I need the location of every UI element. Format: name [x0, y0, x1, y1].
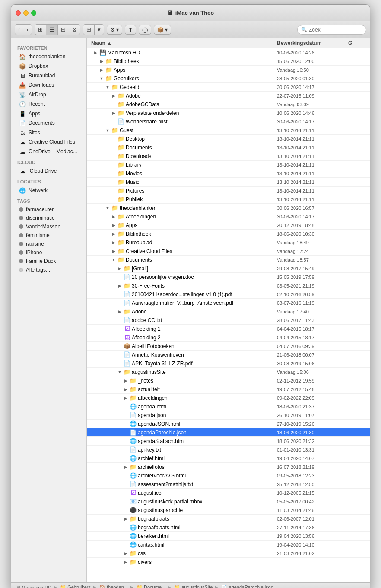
sidebar-item-tag-iphone[interactable]: iPhone [13, 248, 85, 257]
table-row[interactable]: 📁 Publiek 13-10-2014 21:11 [87, 195, 370, 204]
sidebar-item-tag-racisme[interactable]: racisme [13, 240, 85, 248]
toggle-icon[interactable]: ▶ [117, 266, 122, 271]
sidebar-item-theodenblanken[interactable]: 🏠 theodenblanken [13, 52, 85, 61]
table-row[interactable]: ▼ 📁 Guest 13-10-2014 21:11 [87, 126, 370, 135]
table-row[interactable]: 🖼 Afbeelding 1 04-04-2015 18:17 [87, 325, 370, 333]
sidebar-item-netwerk[interactable]: 🌐 Netwerk [13, 186, 85, 195]
table-row[interactable]: 📄 Annette Kouwenhoven 21-06-2018 00:07 [87, 351, 370, 359]
table-row[interactable]: 📁 Library 13-10-2014 21:11 [87, 161, 370, 169]
table-row[interactable]: 🌐 agenda.html 18-06-2020 21:37 [87, 402, 370, 411]
table-row[interactable]: 📁 Downloads 13-10-2014 21:11 [87, 152, 370, 161]
toggle-icon[interactable]: ▶ [123, 551, 128, 556]
search-box[interactable]: 🔍 [297, 25, 366, 35]
toggle-icon[interactable]: ▼ [99, 76, 104, 81]
table-row[interactable]: 📄 Wondershare.plist 30-06-2020 14:17 [87, 117, 370, 126]
sidebar-item-icloud-drive[interactable]: ☁ iCloud Drive [13, 166, 85, 176]
table-row[interactable]: ▶ 📁 Afbeeldingen 30-06-2020 14:17 [87, 212, 370, 221]
sidebar-item-sites[interactable]: 🗂 Sites [13, 128, 85, 137]
search-input[interactable] [309, 27, 362, 33]
arrange-button[interactable]: ⊞ [83, 25, 95, 35]
list-view-button[interactable]: ☰ [46, 25, 58, 35]
sidebar-item-onedrive[interactable]: ☁ OneDrive – Mediac... [13, 147, 85, 156]
table-row[interactable]: 📄 10 persoonlijke vragen.doc 15-05-2019 … [87, 273, 370, 281]
table-row[interactable]: ▶ 💾 Macintosh HD 10-06-2020 14:26 [87, 48, 370, 57]
share-button[interactable]: ⬆ [125, 25, 136, 35]
table-row[interactable]: 🌐 begraafplaats.html 27-11-2014 17:36 [87, 523, 370, 532]
close-button[interactable] [16, 10, 21, 16]
toggle-icon[interactable]: ▶ [123, 378, 128, 383]
sidebar-item-tag-alle[interactable]: Alle tags... [13, 266, 85, 274]
toggle-icon[interactable]: ▶ [123, 560, 128, 565]
table-row[interactable]: ▶ 📁 archieffotos 16-07-2018 21:19 [87, 463, 370, 471]
column-view-button[interactable]: ⊟ [58, 25, 69, 35]
toggle-icon[interactable]: ▶ [117, 309, 122, 314]
sidebar-item-dropbox[interactable]: 📦 Dropbox [13, 61, 85, 71]
sidebar-item-tag-discriminatie[interactable]: discriminatie [13, 214, 85, 222]
breadcrumb-theoden[interactable]: 🏠 theoden... [99, 585, 128, 588]
toggle-icon[interactable]: ▶ [111, 240, 116, 245]
col-name-header[interactable]: Naam ▲ [87, 40, 277, 46]
toggle-icon[interactable]: ▼ [111, 257, 116, 262]
breadcrumb-macintosh[interactable]: 🖥 Macintosh HD [16, 585, 51, 588]
table-row[interactable]: 📄 20160421 Kaderdoc...stellingen v1 0 (1… [87, 290, 370, 299]
table-row[interactable]: 🌐 archief.html 19-04-2020 14:07 [87, 454, 370, 463]
table-row[interactable]: ▶ 📁 css 21-03-2014 21:02 [87, 549, 370, 558]
minimize-button[interactable] [23, 10, 29, 16]
table-row[interactable]: ▼ 📁 augustinusSite Vandaag 15:06 [87, 368, 370, 376]
sidebar-item-documents[interactable]: 📄 Documents [13, 118, 85, 128]
table-row[interactable]: 📄 APK, Toyota 31-LZ-ZR.pdf 30-08-2019 15… [87, 359, 370, 368]
toggle-icon[interactable]: ▶ [99, 67, 104, 73]
breadcrumb-documents[interactable]: 📁 Docume... [137, 585, 165, 588]
table-row[interactable]: 📧 augustinuskerk.partial.mbox 05-05-2017… [87, 497, 370, 506]
toggle-icon[interactable]: ▶ [123, 465, 128, 470]
sidebar-item-apps[interactable]: 📱 Apps [13, 109, 85, 118]
table-row[interactable]: 📁 Movies 13-10-2014 21:11 [87, 169, 370, 178]
table-row[interactable]: ▶ 📁 Creative Cloud Files Vandaag 17:24 [87, 247, 370, 256]
sidebar-item-tag-feminisme[interactable]: feminisme [13, 231, 85, 240]
table-row[interactable]: 📄 agenda.json 26-10-2019 11:07 [87, 411, 370, 420]
breadcrumb-gebruikers[interactable]: 📁 Gebruikers [60, 585, 91, 588]
table-row[interactable]: ▶ 📁 [Gmail] 29-08-2017 15:49 [87, 264, 370, 273]
sidebar-item-tag-familie-duck[interactable]: Familie Duck [13, 257, 85, 266]
toggle-icon[interactable]: ▶ [111, 231, 116, 237]
table-row[interactable]: ▶ 📁 30-Free-Fonts 03-05-2021 21:19 [87, 281, 370, 290]
table-row[interactable]: 🌐 agendaStatisch.html 18-06-2020 21:32 [87, 437, 370, 446]
back-button[interactable]: ‹ [15, 25, 23, 35]
sidebar-item-tag-farmaceuten[interactable]: farmaceuten [13, 205, 85, 214]
toggle-icon[interactable]: ▶ [111, 223, 116, 228]
sidebar-item-creative-cloud[interactable]: ☁ Creative Cloud Files [13, 137, 85, 147]
toggle-icon[interactable]: ▶ [111, 214, 116, 219]
table-row[interactable]: ▶ 📁 afbeeldingen 09-02-2022 22:09 [87, 394, 370, 402]
table-row[interactable]: ▶ 📁 actualiteit 19-07-2012 15:46 [87, 385, 370, 394]
table-row[interactable]: ▼ 📁 Gebruikers 28-05-2020 01:30 [87, 74, 370, 83]
action-button[interactable]: ⚙ ▾ [107, 25, 122, 35]
table-row[interactable]: 🌐 agendaJSON.html 27-10-2019 15:26 [87, 420, 370, 428]
table-row[interactable]: ▶ 📁 Adobe Vandaag 17:40 [87, 307, 370, 316]
toggle-icon[interactable]: ▶ [123, 387, 128, 392]
gallery-view-button[interactable]: ⊠ [69, 25, 80, 35]
table-row[interactable]: 📄 Aanvraagformulier_V...burg_Amstelveen.… [87, 299, 370, 307]
table-row[interactable]: 📁 AdobeGCData Vandaag 03:09 [87, 100, 370, 109]
table-row[interactable]: 🌐 caritas.html 19-04-2020 14:10 [87, 541, 370, 549]
col-date-header[interactable]: Bewerkingsdatum [277, 40, 348, 46]
table-row[interactable]: ▶ 📁 Bibliotheek 18-06-2020 10:30 [87, 230, 370, 238]
table-row[interactable]: 🌐 archiefVoorAVG.html 09-05-2018 12:23 [87, 471, 370, 480]
table-row[interactable]: 📄 assessment2matthijs.txt 25-12-2018 12:… [87, 480, 370, 489]
toggle-icon[interactable]: ▶ [111, 93, 116, 98]
forward-button[interactable]: › [23, 25, 31, 35]
table-row[interactable]: ▶ 📁 Apps Vandaag 16:50 [87, 66, 370, 74]
toggle-icon[interactable]: ▼ [117, 370, 122, 375]
toggle-icon[interactable]: ▼ [105, 128, 110, 133]
dropbox-button[interactable]: 📦 ▾ [154, 25, 171, 35]
table-row[interactable]: 📁 Pictures 13-10-2014 21:11 [87, 187, 370, 195]
toggle-icon[interactable]: ▶ [93, 50, 98, 55]
breadcrumb-agenda[interactable]: 📄 agendaParochie.json [221, 585, 273, 588]
table-row[interactable]: 🌐 bereiken.html 19-04-2020 13:56 [87, 532, 370, 541]
sidebar-item-tag-vandermassen[interactable]: VanderMassen [13, 222, 85, 231]
toggle-icon[interactable]: ▼ [105, 205, 110, 211]
table-row[interactable]: 📄 adobe CC.txt 28-06-2017 11:43 [87, 316, 370, 325]
table-row[interactable]: 📁 Music 13-10-2014 21:11 [87, 178, 370, 187]
table-row[interactable]: ▶ 📁 Bureaublad Vandaag 18:49 [87, 238, 370, 247]
table-row[interactable]: 📄 api-key.txt 01-01-2010 13:31 [87, 446, 370, 454]
table-row[interactable]: ▶ 📁 _notes 02-11-2012 19:59 [87, 376, 370, 385]
